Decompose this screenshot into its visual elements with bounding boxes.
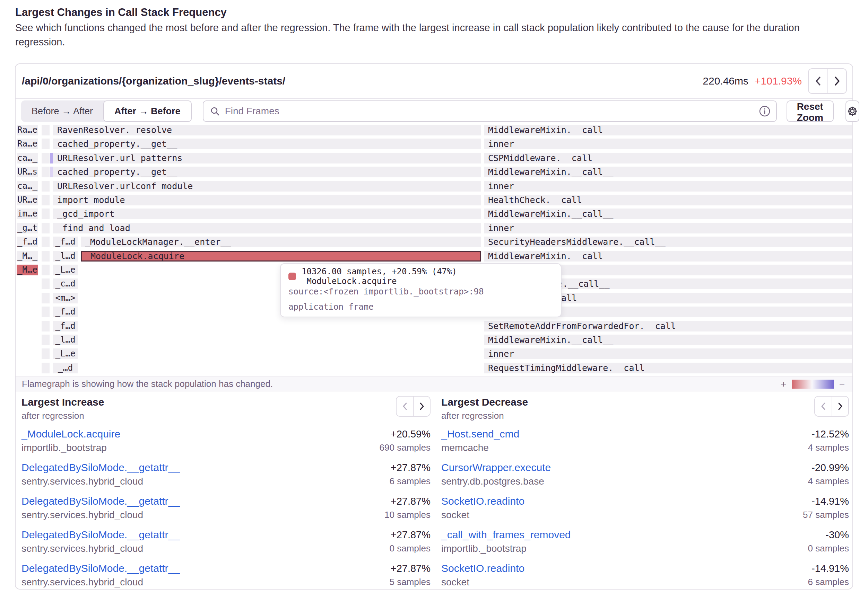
flame-frame-spacer[interactable] xyxy=(42,293,49,303)
function-link[interactable]: _ModuleLock.acquire xyxy=(22,427,380,441)
increase-next-button[interactable] xyxy=(413,396,430,416)
info-icon[interactable] xyxy=(759,105,771,117)
flame-frame[interactable]: <m…> xyxy=(53,293,78,303)
percent-change: -20.99% xyxy=(808,461,849,475)
flame-frame-spacer[interactable] xyxy=(42,153,49,163)
flame-frame[interactable]: URLResolver.url_patterns xyxy=(53,153,481,163)
function-link[interactable]: SocketIO.readinto xyxy=(441,562,808,575)
flame-frame-left[interactable]: Ra…e xyxy=(17,125,38,135)
flame-frame[interactable]: _L…e xyxy=(53,265,78,275)
next-event-button[interactable] xyxy=(828,69,846,93)
flame-frame[interactable]: _c…d xyxy=(53,278,78,289)
sample-count: 0 samples xyxy=(808,542,849,555)
flame-frame[interactable]: _f…d xyxy=(53,307,78,317)
function-link[interactable]: SocketIO.readinto xyxy=(441,494,803,508)
flame-frame-spacer[interactable] xyxy=(42,236,49,247)
flame-frame-left[interactable]: _g…t xyxy=(17,223,38,233)
flame-frame[interactable]: import_module xyxy=(53,195,481,206)
flame-frame-right[interactable]: inner xyxy=(484,349,852,359)
sample-count: 6 samples xyxy=(808,575,849,588)
flame-frame-spacer[interactable] xyxy=(42,321,49,332)
increase-prev-button[interactable] xyxy=(397,396,413,416)
flame-frame-left[interactable]: im…e xyxy=(17,209,38,219)
page-description: See which functions changed the most bef… xyxy=(15,21,813,49)
flame-frame-right[interactable]: MiddlewareMixin.__call__ xyxy=(484,167,852,177)
flame-frame[interactable]: _l…d xyxy=(53,335,78,346)
flame-frame-left[interactable]: ca…_ xyxy=(17,181,38,192)
flame-frame-spacer[interactable] xyxy=(42,251,49,261)
flame-frame-right[interactable]: MiddlewareMixin.__call__ xyxy=(484,251,852,261)
flame-frame-spacer[interactable] xyxy=(42,138,49,149)
settings-button[interactable] xyxy=(845,100,859,122)
selected-frame-accent xyxy=(50,153,53,163)
flame-frame[interactable]: _f…d xyxy=(53,236,78,247)
prev-event-button[interactable] xyxy=(809,69,828,93)
reset-zoom-button[interactable]: Reset Zoom xyxy=(786,100,834,122)
flame-frame[interactable]: _…d xyxy=(53,362,78,373)
function-link[interactable]: DelegatedBySiloMode.__getattr__ xyxy=(22,494,385,508)
flame-frame-left[interactable]: UR…e xyxy=(17,195,38,206)
flame-frame-spacer[interactable] xyxy=(42,335,49,346)
flame-frame-spacer[interactable] xyxy=(42,181,49,192)
flame-frame[interactable]: cached_property.__get__ xyxy=(53,138,481,149)
flame-frame-spacer[interactable] xyxy=(42,265,49,275)
flame-frame-left[interactable]: Ra…e xyxy=(17,138,38,149)
flame-frame[interactable]: cached_property.__get__ xyxy=(53,167,481,177)
function-link[interactable]: DelegatedBySiloMode.__getattr__ xyxy=(22,528,389,542)
decrease-prev-button[interactable] xyxy=(815,396,832,416)
flame-frame[interactable]: RavenResolver._resolve xyxy=(53,125,481,135)
flame-frame-right[interactable]: CSPMiddleware.__call__ xyxy=(484,153,852,163)
flame-frame-left[interactable]: _M…_ xyxy=(17,251,38,261)
flamegraph[interactable]: Ra…eRavenResolver._resolveMiddlewareMixi… xyxy=(15,122,853,376)
flame-frame[interactable]: _l…d xyxy=(53,251,78,261)
chevron-left-icon xyxy=(820,402,826,411)
flame-frame-right[interactable]: SetRemoteAddrFromForwardedFor.__call__ xyxy=(484,321,852,332)
flame-frame-spacer[interactable] xyxy=(42,278,49,289)
function-link[interactable]: DelegatedBySiloMode.__getattr__ xyxy=(22,562,389,575)
flame-frame[interactable]: _gcd_import xyxy=(53,209,481,219)
flame-frame-spacer[interactable] xyxy=(42,125,49,135)
selected-frame-accent xyxy=(50,167,53,177)
toggle-before-after[interactable]: Before → After xyxy=(21,100,103,122)
flame-frame-right[interactable]: inner xyxy=(484,223,852,233)
hovered-frame-red[interactable]: _ModuleLock.acquire xyxy=(81,251,481,261)
flame-frame-left[interactable]: ca…_ xyxy=(17,153,38,163)
function-link[interactable]: _call_with_frames_removed xyxy=(441,528,808,542)
flame-frame-spacer[interactable] xyxy=(42,209,49,219)
function-link[interactable]: CursorWrapper.execute xyxy=(441,461,808,475)
decrease-next-button[interactable] xyxy=(832,396,848,416)
module-label: socket xyxy=(441,508,803,522)
flame-frame-right[interactable]: MiddlewareMixin.__call__ xyxy=(484,125,852,135)
flame-frame-left[interactable]: _f…d xyxy=(17,236,38,247)
flame-frame-spacer[interactable] xyxy=(42,223,49,233)
module-label: sentry.services.hybrid_cloud xyxy=(22,542,389,556)
flame-frame-spacer[interactable] xyxy=(42,307,49,317)
flame-frame[interactable]: _ModuleLockManager.__enter__ xyxy=(81,236,481,247)
function-change-row: SocketIO.readintosocket-14.91%6 samples xyxy=(441,562,849,595)
flame-frame[interactable]: _L…e xyxy=(53,349,78,359)
flame-frame-spacer[interactable] xyxy=(42,167,49,177)
flame-frame[interactable]: _find_and_load xyxy=(53,223,481,233)
function-change-row: _ModuleLock.acquireimportlib._bootstrap+… xyxy=(22,427,431,461)
flame-frame-right[interactable]: inner xyxy=(484,181,852,192)
flame-frame-left[interactable]: UR…s xyxy=(17,167,38,177)
percent-change: +27.87% xyxy=(385,494,431,508)
flame-frame[interactable]: URLResolver.urlconf_module xyxy=(53,181,481,192)
function-link[interactable]: DelegatedBySiloMode.__getattr__ xyxy=(22,461,389,475)
decrease-pager xyxy=(814,396,849,417)
flame-frame-spacer[interactable] xyxy=(42,349,49,359)
flame-frame-right[interactable]: inner xyxy=(484,138,852,149)
flame-frame-right[interactable]: HealthCheck.__call__ xyxy=(484,195,852,206)
flame-frame-spacer[interactable] xyxy=(42,362,49,373)
flame-frame-right[interactable]: MiddlewareMixin.__call__ xyxy=(484,209,852,219)
flame-frame-spacer[interactable] xyxy=(42,195,49,206)
flame-frame-right[interactable]: RequestTimingMiddleware.__call__ xyxy=(484,362,852,373)
search-input[interactable] xyxy=(224,105,759,117)
flame-frame[interactable]: _f…d xyxy=(53,321,78,332)
largest-increase-subtitle: after regression xyxy=(22,410,396,422)
flame-frame-left[interactable]: _M…e xyxy=(17,265,38,275)
toggle-after-before[interactable]: After → Before xyxy=(103,100,192,122)
flame-frame-right[interactable]: MiddlewareMixin.__call__ xyxy=(484,335,852,346)
flame-frame-right[interactable]: SecurityHeadersMiddleware.__call__ xyxy=(484,236,852,247)
function-link[interactable]: _Host.send_cmd xyxy=(441,427,808,441)
